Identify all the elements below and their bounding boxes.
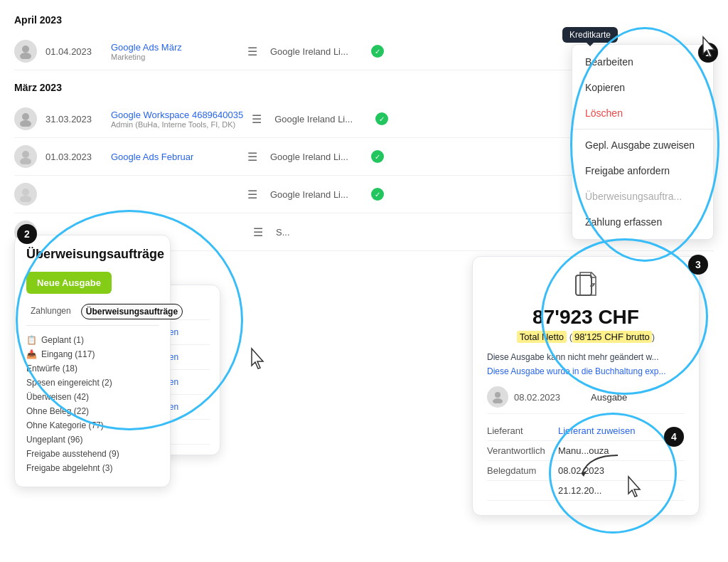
circle-number-2: 2 [17,224,37,244]
menu-item-ueberweisung: Überweisungsauftra... [572,184,713,209]
belegdatum-value: 08.02.2023 [558,465,604,476]
tx-name-col: Google Ads März Marketing [111,42,239,61]
tx-merchant: Google Ireland Li... [270,46,363,57]
avatar [14,145,37,168]
detail-belegdatum-row: Belegdatum 08.02.2023 [487,461,685,481]
tab-ueberweisungsauftraege[interactable]: Überweisungsaufträge [81,304,183,319]
sidebar-item-ungeplant[interactable]: Ungeplant (96) [26,433,159,447]
sidebar-item-geplant[interactable]: 📋 Geplant (1) [26,333,159,347]
menu-item-bearbeiten[interactable]: Bearbeiten [572,49,713,75]
sidebar-item-eingang[interactable]: 📥 Eingang (117) [26,347,159,361]
kreditkarte-tooltip: Kreditkarte [562,27,618,43]
extra-label [487,485,558,496]
svg-rect-9 [576,275,592,295]
sidebar-item-label: Geplant (1) [41,335,84,345]
detail-ausgabe-row: 08.02.2023 Ausgabe [487,381,685,414]
tx-date: 01.03.2023 [46,152,102,162]
status-badge: ✓ [371,188,384,201]
svg-point-0 [22,46,29,53]
tx-name-col: Google Workspace 4689640035 Admin (BuHa,… [111,110,243,129]
avatar [14,40,37,63]
status-badge: ✓ [371,45,384,58]
sidebar-item-freigabe-ausstehend[interactable]: Freigabe ausstehend (9) [26,447,159,461]
document-icon: ☰ [247,188,262,201]
sidebar-item-label: Eingang (117) [41,349,95,359]
detail-amount: 87'923 CHF [487,306,685,329]
lieferant-value[interactable]: Lieferant zuweisen [558,425,635,436]
svg-point-3 [20,120,31,127]
tx-sub: Admin (BuHa, Interne Tools, FI, DK) [111,120,243,129]
avatar [14,183,37,206]
tx-merchant: Google Ireland Li... [274,114,367,124]
ausgabe-type: Ausgabe [591,392,627,403]
tx-sub: Marketing [111,53,239,61]
tx-name[interactable]: Google Ads März [111,42,239,53]
svg-point-10 [495,392,500,398]
belegdatum-label: Belegdatum [487,465,558,476]
status-badge: ✓ [371,150,384,163]
detail-message-2[interactable]: Diese Ausgabe wurde in die Buchhaltung e… [487,366,685,376]
tab-zahlungen[interactable]: Zahlungen [26,304,75,319]
menu-item-freigabe[interactable]: Freigabe anfordern [572,158,713,184]
tx-name[interactable]: Google Ads Februar [111,152,239,162]
tx-name[interactable]: Google Workspace 4689640035 [111,110,243,120]
sidebar-panel: Überweisungsaufträge Neue Ausgabe Zahlun… [14,235,171,487]
neue-ausgabe-button[interactable]: Neue Ausgabe [26,272,112,294]
menu-item-zahlung[interactable]: Zahlung erfassen [572,209,713,235]
avatar [14,107,37,130]
menu-item-kopieren[interactable]: Kopieren [572,75,713,100]
menu-item-loeschen[interactable]: Löschen [572,100,713,126]
sidebar-item-spesen[interactable]: Spesen eingereicht (2) [26,376,159,390]
svg-point-6 [22,189,29,196]
sidebar-item-ohne-beleg[interactable]: Ohne Beleg (22) [26,404,159,418]
detail-panel: 87'923 CHF Total Netto (98'125 CHF brutt… [472,256,700,516]
avatar [487,386,508,408]
circle-number-4: 4 [664,427,684,447]
document-icon: ☰ [247,45,262,58]
tx-merchant: S... [276,227,368,238]
svg-point-4 [22,151,29,158]
svg-point-7 [20,196,31,202]
tx-merchant: Google Ireland Li... [270,152,363,162]
sidebar-tabs: Zahlungen Überweisungsaufträge [26,304,159,326]
sidebar-item-label: Entwürfe (18) [26,364,77,373]
svg-point-1 [20,53,31,59]
svg-point-11 [493,398,503,403]
document-icon: ☰ [247,150,262,164]
document-icon: 📋 [26,335,37,345]
sidebar-title: Überweisungsaufträge [26,247,159,262]
detail-lieferant-row: Lieferant Lieferant zuweisen [487,421,685,441]
verantwortlich-value: Manu...ouza [558,445,609,456]
verantwortlich-label: Verantwortlich [487,445,558,456]
detail-extra-row: 21.12.20... [487,481,685,501]
lieferant-label: Lieferant [487,425,558,436]
detail-message-1: Diese Ausgabe kann nicht mehr geändert w… [487,352,685,362]
ausgabe-date: 08.02.2023 [514,392,585,403]
detail-netto: Total Netto (98'125 CHF brutto) [487,332,685,342]
menu-item-gepl-ausgabe[interactable]: Gepl. Ausgabe zuweisen [572,132,713,158]
circle-number-1: 1 [698,43,718,63]
sidebar-item-freigabe-abgelehnt[interactable]: Freigabe abgelehnt (3) [26,461,159,475]
sidebar-item-label: Freigabe ausstehend (9) [26,449,119,459]
cursor-2 [249,347,266,373]
tx-merchant: Google Ireland Li... [270,189,363,200]
extra-value: 21.12.20... [558,485,601,496]
svg-point-2 [22,113,29,120]
sidebar-item-ohne-kategorie[interactable]: Ohne Kategorie (77) [26,418,159,433]
sidebar-item-label: Spesen eingereicht (2) [26,378,112,388]
context-menu: Bearbeiten Kopieren Löschen Gepl. Ausgab… [572,44,714,240]
sidebar-item-label: Freigabe abgelehnt (3) [26,463,112,473]
sidebar-item-label: Ohne Beleg (22) [26,406,89,416]
menu-divider [572,129,713,129]
section-header-april: April 2023 [14,14,714,26]
inbox-icon: 📥 [26,349,37,359]
tx-name-col: Google Ads Februar [111,152,239,162]
svg-point-5 [20,158,31,164]
document-icon: ☰ [253,226,267,239]
status-badge: ✓ [375,112,388,125]
tx-date: 01.04.2023 [46,46,102,57]
circle-number-3: 3 [688,255,708,275]
sidebar-item-label: Überweisen (42) [26,392,89,402]
sidebar-item-entwuerfe[interactable]: Entwürfe (18) [26,361,159,376]
sidebar-item-ueberweisen[interactable]: Überweisen (42) [26,390,159,404]
